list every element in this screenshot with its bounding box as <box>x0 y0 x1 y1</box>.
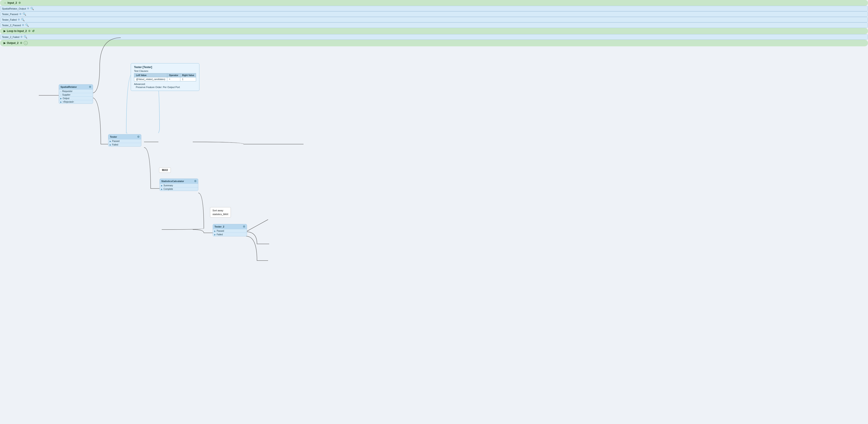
tester-failed-node[interactable]: Tester_Failed ⚙ 🔍 <box>0 17 868 22</box>
sort-away-line2: statistics_MAX <box>213 213 228 216</box>
tester-info-table: Left Value Operator Right Value @Value(_… <box>134 73 196 81</box>
output2-play-icon: ▶ <box>4 41 5 45</box>
tester2-failed-search-icon[interactable]: 🔍 <box>24 35 27 38</box>
tester-info-advanced: Advanced: <box>134 83 196 85</box>
tester-passed-gear-icon[interactable]: ⚙ <box>19 12 22 16</box>
port-arrow-requestor: – <box>60 90 61 92</box>
col-operator: Operator <box>167 74 180 77</box>
input2-node[interactable]: → Input_2 ⚙ <box>0 0 868 6</box>
tester-gear-icon[interactable]: ⚙ <box>137 135 140 138</box>
row-left-value: @Value(_related_candidates) <box>134 77 167 81</box>
input2-gear-icon[interactable]: ⚙ <box>19 1 21 4</box>
tester2-gear-icon[interactable]: ⚙ <box>243 225 245 228</box>
tester-info-preserve: Preserve Feature Order: Per Output Port <box>134 86 196 88</box>
loop-to-input2-label: Loop to Input_2 <box>7 29 27 33</box>
tester2-passed-gear-icon[interactable]: ⚙ <box>22 24 24 27</box>
input2-label: Input_2 <box>7 1 17 4</box>
tester-port-passed: ▶ Passed <box>108 139 141 143</box>
row-right-value: 1 <box>180 77 196 81</box>
tester2-passed-node[interactable]: Tester_2_Passed ⚙ 🔍 <box>0 22 868 28</box>
max-label: MAX <box>162 169 168 172</box>
output2-arrow-icon: → <box>24 41 28 45</box>
loop-arrow-icon: ▶ <box>4 29 5 33</box>
connections-layer <box>0 0 868 424</box>
tester2-port-failed: ▶ Failed <box>213 233 247 236</box>
loop-icon: ↺ <box>32 29 35 33</box>
workflow-canvas: → Input_2 ⚙ SpatialRelator ⚙ – Requestor… <box>0 0 868 424</box>
tester-info-row: @Value(_related_candidates) = 1 <box>134 77 196 81</box>
tester-failed-search-icon[interactable]: 🔍 <box>21 18 25 21</box>
tester-passed-search-icon[interactable]: 🔍 <box>23 12 26 16</box>
output2-label: Output_2 <box>7 41 19 45</box>
spatial-relator-output-label: SpatialRelator_Output <box>2 7 26 10</box>
tester-failed-gear-icon[interactable]: ⚙ <box>18 18 20 21</box>
input2-play-icon: → <box>4 1 6 4</box>
spatial-relator-header: SpatialRelator ⚙ <box>59 84 93 89</box>
spatial-relator-gear-icon[interactable]: ⚙ <box>89 85 91 88</box>
tester2-port-passed: ▶ Passed <box>213 229 247 233</box>
tester-node[interactable]: Tester ⚙ ▶ Passed ▶ Failed <box>108 134 141 147</box>
tester-info-subtitle: Test Clauses: <box>134 69 196 72</box>
statistics-calculator-gear-icon[interactable]: ⚙ <box>194 180 196 183</box>
spatial-relator-output-gear-icon[interactable]: ⚙ <box>27 7 29 10</box>
tester-passed-node[interactable]: Tester_Passed ⚙ 🔍 <box>0 11 868 17</box>
col-right-value: Right Value <box>180 74 196 77</box>
spatial-relator-output-node[interactable]: SpatialRelator_Output ⚙ 🔍 <box>0 6 868 11</box>
statistics-calculator-port-summary: ▶ Summary <box>160 183 198 187</box>
loop-to-input2-node[interactable]: ▶ Loop to Input_2 ⚙ ↺ <box>0 28 868 34</box>
tester-info-title: Tester [Tester] <box>134 66 196 69</box>
output2-node[interactable]: ▶ Output_2 ⚙ → <box>0 40 868 46</box>
tester-label: Tester <box>110 136 117 138</box>
tester2-node[interactable]: Tester_2 ⚙ ▶ Passed ▶ Failed <box>213 224 247 236</box>
tester-info-box: Tester [Tester] Test Clauses: Left Value… <box>131 63 199 91</box>
col-left-value: Left Value <box>134 74 167 77</box>
port-arrow-output: ▶ <box>60 97 62 100</box>
tester-port-failed: ▶ Failed <box>108 143 141 146</box>
port-arrow-rejected: ▶ <box>60 101 62 103</box>
tester2-passed-label: Tester_2_Passed <box>2 24 21 27</box>
tester2-failed-label: Tester_2_Failed <box>2 36 19 38</box>
statistics-calculator-label: StatisticsCalculator <box>161 180 184 182</box>
max-label-box: MAX <box>159 167 171 173</box>
tester-passed-label: Tester_Passed <box>2 13 18 16</box>
tester-failed-label: Tester_Failed <box>2 19 17 21</box>
loop-to-input2-gear-icon[interactable]: ⚙ <box>28 29 31 33</box>
output2-gear-icon[interactable]: ⚙ <box>20 41 22 45</box>
tester2-failed-node[interactable]: Tester_2_Failed ⚙ 🔍 <box>0 34 868 40</box>
port-arrow-supplier: – <box>60 94 61 96</box>
tester2-label: Tester_2 <box>214 225 224 228</box>
tester2-passed-search-icon[interactable]: 🔍 <box>25 24 29 27</box>
tester-header: Tester ⚙ <box>108 134 141 139</box>
statistics-calculator-node[interactable]: StatisticsCalculator ⚙ ▶ Summary ▶ Compl… <box>159 178 198 191</box>
spatial-relator-port-supplier: – Supplier <box>59 93 93 96</box>
spatial-relator-port-output: ▶ Output <box>59 96 93 100</box>
spatial-relator-port-rejected: ▶ <Rejected> <box>59 100 93 104</box>
tester2-failed-gear-icon[interactable]: ⚙ <box>20 35 23 38</box>
spatial-relator-node[interactable]: SpatialRelator ⚙ – Requestor – Supplier … <box>59 84 93 104</box>
spatial-relator-port-requestor: – Requestor <box>59 89 93 93</box>
spatial-relator-label: SpatialRelator <box>60 86 77 88</box>
statistics-calculator-header: StatisticsCalculator ⚙ <box>160 179 198 183</box>
tester2-header: Tester_2 ⚙ <box>213 224 247 229</box>
spatial-relator-output-search-icon[interactable]: 🔍 <box>30 7 34 10</box>
row-operator: = <box>167 77 180 81</box>
sort-away-box: Sort away statistics_MAX <box>210 207 231 218</box>
statistics-calculator-port-complete: ▶ Complete <box>160 187 198 191</box>
sort-away-line1: Sort away <box>213 209 228 213</box>
